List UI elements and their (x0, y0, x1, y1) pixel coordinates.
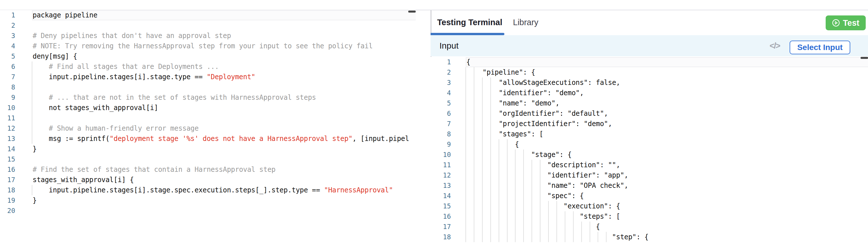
code-line: "pipeline": { (466, 67, 535, 77)
indent-guide (482, 77, 483, 88)
indent-guide (482, 98, 483, 108)
indent-guide (482, 88, 483, 98)
test-button[interactable]: Test (826, 15, 866, 30)
indent-guide (490, 201, 491, 211)
indent-guide (474, 211, 474, 221)
indent-guide (507, 211, 507, 221)
select-input-button[interactable]: Select Input (789, 41, 850, 54)
indent-guide (490, 149, 491, 160)
indent-guide (482, 160, 483, 170)
indent-guide (515, 201, 516, 211)
line-number: 8 (0, 82, 15, 92)
code-line: "projectIdentifier": "demo", (466, 119, 612, 129)
line-number: 5 (431, 98, 451, 108)
indent-guide (515, 149, 516, 160)
indent-guide (507, 180, 507, 191)
indent-guide (515, 211, 516, 221)
line-number: 10 (431, 149, 451, 160)
code-line: "spec": { (466, 191, 584, 201)
input-section-header: Input </> Select Input (431, 35, 868, 56)
indent-guide (532, 160, 532, 170)
indent-guide (515, 221, 516, 232)
indent-guide (523, 160, 524, 170)
indent-guide (540, 160, 540, 170)
policy-code-editor[interactable]: 1package pipeline23# Deny pipelines that… (0, 10, 416, 243)
indent-guide (507, 201, 507, 211)
indent-guide (499, 160, 499, 170)
code-line: "steps": [ (466, 211, 620, 221)
line-number: 13 (431, 180, 451, 191)
indent-guide (490, 160, 491, 170)
indent-guide (507, 232, 507, 242)
active-tab-underline (431, 33, 504, 35)
indent-guide (465, 232, 466, 242)
indent-guide (490, 232, 491, 242)
code-line: input.pipeline.stages[i].stage.type == "… (33, 72, 255, 82)
indent-guide (507, 170, 507, 180)
indent-guide (474, 191, 474, 201)
indent-guide (465, 98, 466, 108)
indent-guide (540, 170, 540, 180)
indent-guide (523, 232, 524, 242)
line-number: 20 (0, 206, 15, 216)
indent-guide (32, 103, 32, 113)
indent-guide (490, 119, 491, 129)
line-number: 3 (0, 31, 15, 41)
indent-guide (482, 201, 483, 211)
indent-guide (556, 201, 557, 211)
indent-guide (548, 232, 549, 242)
indent-guide (474, 129, 474, 139)
indent-guide (565, 211, 565, 221)
indent-guide (532, 191, 532, 201)
indent-guide (474, 77, 474, 88)
left-editor-scrollbar-thumb[interactable] (408, 10, 416, 12)
indent-guide (540, 201, 540, 211)
active-line-highlight (466, 57, 868, 67)
indent-guide (499, 201, 499, 211)
indent-guide (499, 180, 499, 191)
tab-testing-terminal[interactable]: Testing Terminal (437, 16, 502, 28)
tab-library[interactable]: Library (513, 16, 538, 28)
indent-guide (540, 211, 540, 221)
indent-guide (32, 113, 32, 123)
indent-guide (490, 98, 491, 108)
indent-guide (482, 170, 483, 180)
line-number: 4 (0, 41, 15, 51)
indent-guide (606, 232, 607, 242)
line-number: 15 (0, 154, 15, 164)
indent-guide (490, 180, 491, 191)
code-line: "execution": { (466, 201, 620, 211)
code-line: "stage": { (466, 149, 571, 160)
code-brackets-icon[interactable]: </> (770, 35, 780, 56)
line-number: 17 (431, 221, 451, 232)
input-json-editor[interactable]: 1{2 "pipeline": {3 "allowStageExecutions… (431, 57, 868, 243)
indent-guide (515, 170, 516, 180)
line-number: 6 (431, 108, 451, 119)
indent-guide (465, 67, 466, 77)
line-number: 10 (0, 103, 15, 113)
indent-guide (581, 221, 582, 232)
line-number: 12 (431, 170, 451, 180)
indent-guide (573, 211, 574, 221)
code-line: stages_with_approval[i] { (33, 175, 134, 185)
indent-guide (482, 139, 483, 149)
line-number: 14 (431, 191, 451, 201)
code-line: msg := sprintf("deployment stage '%s' do… (33, 134, 409, 144)
indent-guide (482, 108, 483, 119)
right-editor-scrollbar-thumb[interactable] (861, 57, 868, 59)
indent-guide (532, 232, 532, 242)
indent-guide (532, 170, 532, 180)
code-line: "allowStageExecutions": false, (466, 77, 620, 88)
indent-guide (507, 160, 507, 170)
indent-guide (499, 191, 499, 201)
line-number: 19 (0, 195, 15, 206)
code-line: "step": { (466, 232, 649, 242)
indent-guide (465, 221, 466, 232)
indent-guide (532, 211, 532, 221)
code-line: # Deny pipelines that don't have an appr… (33, 31, 231, 41)
line-number: 2 (431, 67, 451, 77)
indent-guide (532, 180, 532, 191)
indent-guide (465, 191, 466, 201)
indent-guide (490, 77, 491, 88)
indent-guide (523, 211, 524, 221)
